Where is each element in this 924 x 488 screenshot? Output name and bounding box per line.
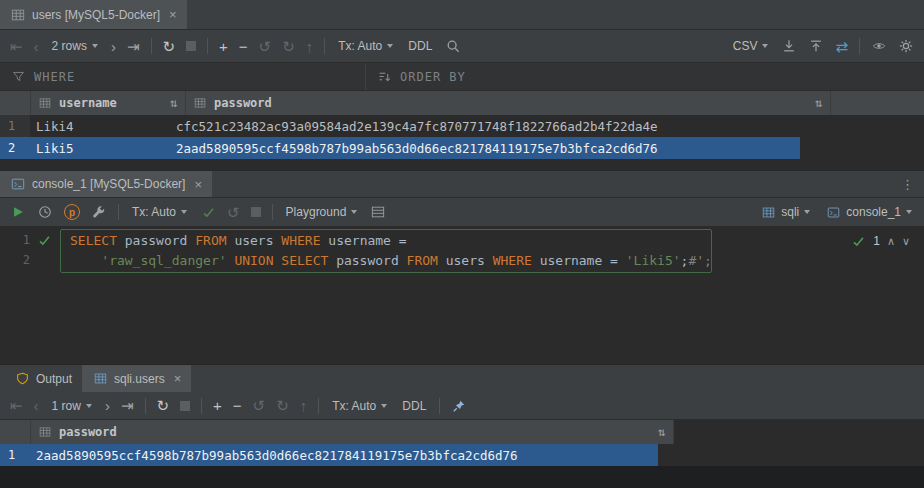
sort-icon[interactable]: ⇅	[170, 96, 177, 110]
export-data-icon[interactable]	[781, 38, 797, 54]
add-row-icon[interactable]: +	[219, 39, 228, 54]
grid-header-filler	[831, 91, 924, 115]
parameters-icon[interactable]: p	[64, 204, 80, 220]
chevron-down-icon	[906, 210, 912, 214]
column-name: username	[59, 96, 117, 110]
tab-users-grid[interactable]: users [MySQL5-Docker] ×	[0, 0, 187, 29]
toolbar-divider	[324, 38, 325, 54]
editor-line: 2 'raw_sql_danger' UNION SELECT password…	[0, 250, 924, 270]
submit-icon[interactable]: ↑	[300, 398, 308, 413]
sort-icon[interactable]: ⇅	[815, 96, 822, 110]
tx-mode-dropdown[interactable]: Tx: Auto	[336, 37, 395, 55]
first-row-icon[interactable]: ⇤	[10, 39, 23, 54]
table-icon	[10, 7, 26, 23]
next-occurrence-icon[interactable]: ∨	[902, 236, 910, 247]
code-line[interactable]: 'raw_sql_danger' UNION SELECT password F…	[56, 253, 712, 268]
grid-corner	[0, 420, 31, 444]
chevron-down-icon	[92, 44, 98, 48]
redo-icon[interactable]: ↻	[282, 39, 295, 54]
page-size-label: 2 rows	[52, 39, 87, 53]
settings-gear-icon[interactable]	[898, 38, 914, 54]
cell-username[interactable]: Liki5	[30, 137, 170, 159]
export-format-dropdown[interactable]: CSV	[731, 37, 771, 55]
last-row-icon[interactable]: ⇥	[121, 398, 134, 413]
chevron-down-icon	[351, 210, 357, 214]
console-toolbar: p Tx: Auto ↺ Playground sqli	[0, 198, 924, 227]
column-name: password	[59, 425, 117, 439]
commit-check-icon[interactable]	[200, 204, 216, 220]
console-tab-bar: console_1 [MySQL5-Docker] × ⋮	[0, 170, 924, 198]
page-size-dropdown[interactable]: 1 row	[50, 397, 94, 415]
history-clock-icon[interactable]	[37, 204, 53, 220]
tab-result-grid[interactable]: sqli.users ×	[82, 365, 191, 392]
cell-username[interactable]: Liki4	[30, 115, 170, 137]
tab-console[interactable]: console_1 [MySQL5-Docker] ×	[0, 171, 212, 197]
tx-mode-dropdown[interactable]: Tx: Auto	[130, 203, 189, 221]
playground-dropdown[interactable]: Playground	[284, 203, 360, 221]
ddl-button[interactable]: DDL	[406, 37, 434, 55]
where-filter-input[interactable]: WHERE	[0, 63, 366, 90]
close-icon[interactable]: ×	[194, 177, 202, 192]
view-options-eye-icon[interactable]	[871, 38, 887, 54]
submit-icon[interactable]: ↑	[306, 39, 314, 54]
column-header-username[interactable]: username ⇅	[31, 91, 186, 115]
row-number: 2	[0, 137, 30, 159]
menu-dots-icon[interactable]: ⋮	[891, 171, 924, 197]
console-icon	[825, 204, 841, 220]
add-row-icon[interactable]: +	[213, 398, 222, 413]
schema-label: sqli	[781, 205, 799, 219]
redo-icon[interactable]: ↻	[276, 398, 289, 413]
next-page-icon[interactable]: ›	[111, 39, 116, 54]
code-line[interactable]: SELECT password FROM users WHERE usernam…	[56, 233, 407, 248]
first-row-icon[interactable]: ⇤	[10, 398, 23, 413]
column-header-password[interactable]: password ⇅	[31, 420, 674, 444]
reload-icon[interactable]: ↻	[163, 39, 176, 54]
rollback-icon[interactable]: ↺	[227, 205, 240, 220]
column-header-password[interactable]: password ⇅	[186, 91, 831, 115]
ddl-button[interactable]: DDL	[400, 397, 428, 415]
stop-icon[interactable]	[251, 207, 261, 217]
cell-password[interactable]: 2aad5890595ccf4598b787b99ab563d0d66ec821…	[170, 137, 800, 159]
search-icon[interactable]	[445, 38, 461, 54]
next-page-icon[interactable]: ›	[105, 398, 110, 413]
chevron-down-icon	[387, 44, 393, 48]
last-row-icon[interactable]: ⇥	[127, 39, 140, 54]
undo-icon[interactable]: ↺	[259, 39, 272, 54]
sql-editor[interactable]: 1 SELECT password FROM users WHERE usern…	[0, 227, 924, 364]
output-layout-icon[interactable]	[370, 204, 386, 220]
stop-icon[interactable]	[180, 401, 190, 411]
run-icon[interactable]	[10, 204, 26, 220]
wrench-icon[interactable]	[91, 204, 107, 220]
reload-icon[interactable]: ↻	[157, 398, 170, 413]
import-data-icon[interactable]	[808, 38, 824, 54]
session-switcher[interactable]: console_1	[823, 202, 914, 222]
tabbar-spacer	[212, 171, 891, 197]
tab-output[interactable]: Output	[4, 365, 82, 392]
schema-switcher[interactable]: sqli	[758, 202, 812, 222]
order-by-filter-input[interactable]: ORDER BY	[366, 63, 476, 90]
session-label: console_1	[846, 205, 901, 219]
toolbar-divider	[439, 398, 440, 414]
prev-occurrence-icon[interactable]: ∧	[887, 236, 895, 247]
datagrip-window: users [MySQL5-Docker] × ⇤ ‹ 2 rows › ⇥ ↻…	[0, 0, 924, 488]
close-icon[interactable]: ×	[169, 7, 177, 22]
transfer-icon[interactable]: ⇄	[835, 39, 848, 54]
previous-page-icon[interactable]: ‹	[34, 398, 39, 413]
cell-password[interactable]: 2aad5890595ccf4598b787b99ab563d0d66ec821…	[30, 444, 658, 466]
tx-mode-dropdown[interactable]: Tx: Auto	[330, 397, 389, 415]
page-size-dropdown[interactable]: 2 rows	[50, 37, 100, 55]
toolbar-divider	[151, 38, 152, 54]
previous-page-icon[interactable]: ‹	[34, 39, 39, 54]
tx-mode-label: Tx: Auto	[132, 205, 176, 219]
column-table-icon	[37, 95, 53, 111]
pin-icon[interactable]	[451, 398, 467, 414]
sort-icon[interactable]: ⇅	[658, 425, 665, 439]
tab-title: users [MySQL5-Docker]	[32, 8, 160, 22]
delete-row-icon[interactable]: −	[233, 398, 242, 413]
cell-password[interactable]: cfc521c23482ac93a09584ad2e139c4a7fc87077…	[170, 115, 800, 137]
stop-icon[interactable]	[186, 41, 196, 51]
undo-icon[interactable]: ↺	[253, 398, 266, 413]
toolbar-divider	[272, 204, 273, 220]
close-icon[interactable]: ×	[174, 371, 182, 386]
delete-row-icon[interactable]: −	[239, 39, 248, 54]
